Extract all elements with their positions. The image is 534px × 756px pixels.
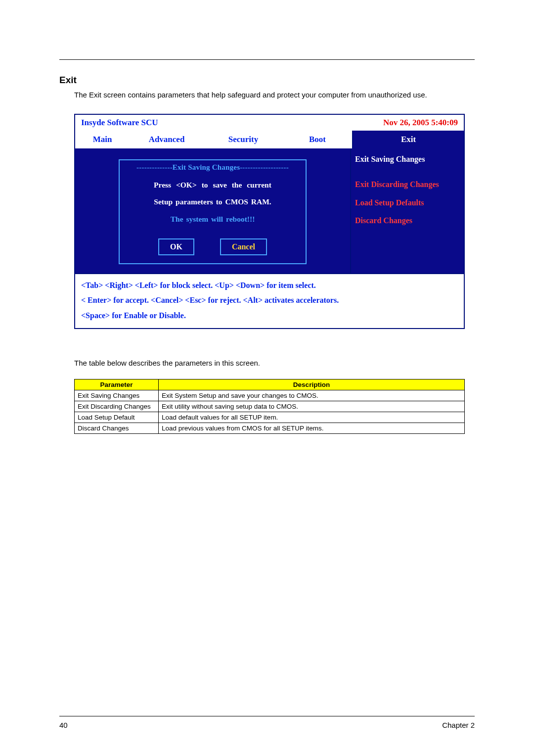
parameter-table: Parameter Description Exit Saving Change… [74,379,465,434]
col-parameter: Parameter [75,379,159,390]
table-row: Exit Saving Changes Exit System Setup an… [75,390,465,401]
menu-item-discard-changes[interactable]: Discard Changes [355,212,460,230]
menu-item-exit-discarding[interactable]: Exit Discarding Changes [355,176,460,194]
exit-saving-dialog: --------------Exit Saving Changes-------… [119,159,307,264]
bios-title-datetime: Nov 26, 2005 5:40:09 [383,118,458,128]
bios-title-left: Insyde Software SCU [81,118,383,128]
section-heading: Exit [59,75,475,86]
cell-param: Exit Discarding Changes [75,401,159,412]
cell-desc: Exit System Setup and save your changes … [159,390,465,401]
cell-desc: Exit utility without saving setup data t… [159,401,465,412]
table-row: Exit Discarding Changes Exit utility wit… [75,401,465,412]
chapter-label: Chapter 2 [68,721,475,729]
dialog-title: --------------Exit Saving Changes-------… [120,160,306,177]
menu-item-load-defaults[interactable]: Load Setup Defaults [355,194,460,212]
cell-desc: Load previous values from CMOS for all S… [159,423,465,434]
dialog-line-2: Setup parameters to CMOS RAM. [120,193,306,210]
table-row: Load Setup Default Load default values f… [75,412,465,423]
bottom-rule [59,716,475,716]
cell-desc: Load default values for all SETUP item. [159,412,465,423]
cell-param: Load Setup Default [75,412,159,423]
bios-main-panel: --------------Exit Saving Changes-------… [75,148,350,273]
dialog-line-1: Press <OK> to save the current [120,177,306,193]
cell-param: Exit Saving Changes [75,390,159,401]
cell-param: Discard Changes [75,423,159,434]
tab-boot[interactable]: Boot [283,131,352,148]
table-row: Discard Changes Load previous values fro… [75,423,465,434]
tab-advanced[interactable]: Advanced [130,131,204,148]
bios-titlebar: Insyde Software SCU Nov 26, 2005 5:40:09 [75,115,464,131]
bios-right-menu: Exit Saving Changes Exit Discarding Chan… [350,148,464,273]
dialog-line-3: The system will reboot!!! [120,211,306,228]
bios-window: Insyde Software SCU Nov 26, 2005 5:40:09… [74,114,465,329]
tab-security[interactable]: Security [204,131,283,148]
menu-item-exit-saving[interactable]: Exit Saving Changes [355,150,460,169]
help-line-2: < Enter> for accept. <Cancel> <Esc> for … [81,293,458,308]
help-line-1: <Tab> <Right> <Left> for block select. <… [81,278,458,293]
intro-text: The Exit screen contains parameters that… [74,91,475,99]
table-intro: The table below describes the parameters… [74,359,475,367]
cancel-button[interactable]: Cancel [220,238,267,255]
page-number: 40 [59,721,68,729]
help-line-3: <Space> for Enable or Disable. [81,308,458,323]
tab-exit[interactable]: Exit [352,131,464,148]
top-rule [59,59,475,60]
col-description: Description [159,379,465,390]
bios-footer-help: <Tab> <Right> <Left> for block select. <… [75,273,464,328]
tab-main[interactable]: Main [75,131,130,148]
bios-tabs: Main Advanced Security Boot Exit [75,131,464,148]
ok-button[interactable]: OK [158,238,194,255]
